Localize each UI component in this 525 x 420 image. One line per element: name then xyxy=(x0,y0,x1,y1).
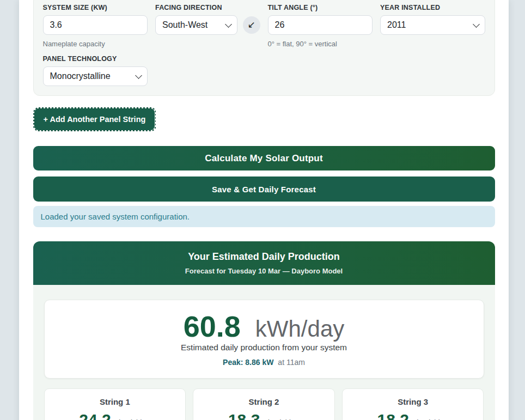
status-banner: Loaded your saved system configuration. xyxy=(33,206,495,227)
total-production-line: 60.8 kWh/day xyxy=(56,313,473,339)
calculate-button[interactable]: Calculate My Solar Output xyxy=(33,146,495,171)
total-production-unit: kWh/day xyxy=(255,316,344,342)
string-line: 18.2 kWh/day xyxy=(348,411,478,420)
field-year-installed: YEAR INSTALLED 2011 xyxy=(380,4,485,48)
year-installed-select[interactable]: 2011 xyxy=(380,15,485,35)
panel-technology-label: PANEL TECHNOLOGY xyxy=(43,55,148,63)
facing-direction-value: South-West xyxy=(162,20,207,30)
string-name: String 2 xyxy=(199,398,329,406)
save-forecast-button[interactable]: Save & Get Daily Forecast xyxy=(33,176,495,202)
system-size-input[interactable] xyxy=(43,15,148,35)
string-card-3: String 3 18.2 kWh/day xyxy=(342,388,484,420)
total-production-card: 60.8 kWh/day Estimated daily production … xyxy=(44,300,484,379)
results-subtitle: Forecast for Tuesday 10 Mar — Dayboro Mo… xyxy=(185,267,343,275)
peak-value: Peak: 8.86 kW xyxy=(223,358,273,367)
page-container: SYSTEM SIZE (KW) Nameplate capacity FACI… xyxy=(19,0,509,420)
string-name: String 1 xyxy=(50,398,180,406)
form-grid: SYSTEM SIZE (KW) Nameplate capacity FACI… xyxy=(43,4,485,86)
peak-time: at 11am xyxy=(278,358,305,367)
string-value: 24.2 xyxy=(79,411,111,420)
facing-direction-label: FACING DIRECTION xyxy=(155,4,260,12)
system-config-card: SYSTEM SIZE (KW) Nameplate capacity FACI… xyxy=(33,0,495,96)
facing-direction-row: South-West ↙ xyxy=(155,15,260,35)
add-panel-string-button[interactable]: + Add Another Panel String xyxy=(33,107,156,131)
field-panel-technology: PANEL TECHNOLOGY Monocrystalline xyxy=(43,55,148,86)
facing-direction-select[interactable]: South-West xyxy=(155,15,237,35)
tilt-angle-label: TILT ANGLE (°) xyxy=(268,4,373,12)
compass-direction-button[interactable]: ↙ xyxy=(243,16,260,34)
year-installed-label: YEAR INSTALLED xyxy=(380,4,485,12)
field-tilt-angle: TILT ANGLE (°) 0° = flat, 90° = vertical xyxy=(268,4,373,48)
string-name: String 3 xyxy=(348,398,478,406)
total-production-value: 60.8 xyxy=(184,310,241,343)
string-card-1: String 1 24.2 kWh/day xyxy=(44,388,186,420)
results-panel: Your Estimated Daily Production Forecast… xyxy=(33,241,495,420)
peak-line: Peak: 8.86 kW at 11am xyxy=(56,358,473,367)
string-value: 18.3 xyxy=(228,411,260,420)
string-value: 18.2 xyxy=(377,411,409,420)
chevron-down-icon xyxy=(473,21,480,28)
string-unit: kWh/day xyxy=(119,418,150,420)
results-body: 60.8 kWh/day Estimated daily production … xyxy=(33,285,495,420)
results-title: Your Estimated Daily Production xyxy=(188,251,340,262)
field-facing-direction: FACING DIRECTION South-West ↙ xyxy=(155,4,260,48)
field-system-size: SYSTEM SIZE (KW) Nameplate capacity xyxy=(43,4,148,48)
string-line: 18.3 kWh/day xyxy=(199,411,329,420)
string-card-2: String 2 18.3 kWh/day xyxy=(193,388,335,420)
tilt-angle-input[interactable] xyxy=(268,15,373,35)
year-installed-value: 2011 xyxy=(387,20,406,30)
add-panel-string-label: + Add Another Panel String xyxy=(44,115,146,124)
system-size-hint: Nameplate capacity xyxy=(43,40,148,48)
results-header: Your Estimated Daily Production Forecast… xyxy=(33,241,495,285)
arrow-south-west-icon: ↙ xyxy=(247,20,255,30)
tilt-angle-hint: 0° = flat, 90° = vertical xyxy=(268,40,373,48)
panel-technology-value: Monocrystalline xyxy=(50,71,111,81)
string-unit: kWh/day xyxy=(268,418,300,420)
string-unit: kWh/day xyxy=(417,418,448,420)
system-size-label: SYSTEM SIZE (KW) xyxy=(43,4,148,12)
strings-row: String 1 24.2 kWh/day String 2 18.3 kWh/… xyxy=(44,388,484,420)
chevron-down-icon xyxy=(225,21,232,28)
chevron-down-icon xyxy=(135,72,142,79)
total-production-caption: Estimated daily production from your sys… xyxy=(56,343,473,352)
panel-technology-select[interactable]: Monocrystalline xyxy=(43,66,148,86)
string-line: 24.2 kWh/day xyxy=(50,411,180,420)
